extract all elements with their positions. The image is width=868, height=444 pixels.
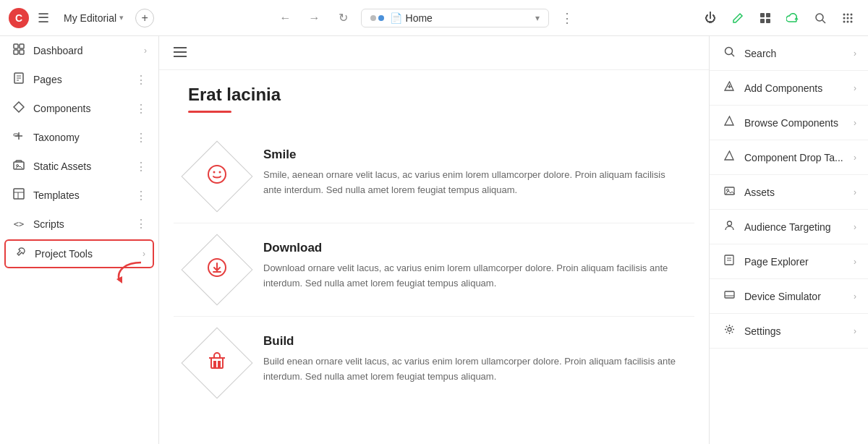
right-add-components-chevron: › xyxy=(854,83,856,93)
right-assets-label: Assets xyxy=(744,187,846,198)
sidebar-item-static-assets[interactable]: Static Assets ⋮ xyxy=(0,152,158,181)
hamburger-menu-icon[interactable]: ☰ xyxy=(35,7,52,29)
right-panel-assets[interactable]: Assets › xyxy=(710,175,868,210)
project-tools-chevron: › xyxy=(142,249,145,259)
svg-rect-0 xyxy=(760,13,765,17)
component-diamond-download xyxy=(188,241,246,299)
sidebar-item-components[interactable]: Components ⋮ xyxy=(0,94,158,123)
svg-point-12 xyxy=(851,17,853,19)
right-panel-settings[interactable]: Settings › xyxy=(710,314,868,349)
pen-button[interactable] xyxy=(726,7,749,30)
svg-rect-1 xyxy=(766,13,770,17)
pages-more-icon[interactable]: ⋮ xyxy=(135,73,147,87)
components-icon xyxy=(12,101,26,116)
templates-icon xyxy=(12,188,26,202)
right-panel-component-drop[interactable]: Component Drop Ta... › xyxy=(710,140,868,175)
svg-point-13 xyxy=(843,20,846,22)
page-title: Erat lacinia xyxy=(159,70,709,111)
right-browse-components-label: Browse Components xyxy=(744,117,846,129)
sidebar-templates-label: Templates xyxy=(33,189,128,201)
component-info-smile: Smile Smile, aenean ornare velit lacus, … xyxy=(263,148,680,198)
sidebar-scripts-label: Scripts xyxy=(33,218,128,230)
svg-point-7 xyxy=(843,13,846,15)
url-text: Home xyxy=(406,12,433,24)
svg-line-6 xyxy=(822,20,825,23)
right-panel-browse-components[interactable]: Browse Components › xyxy=(710,106,868,140)
component-name-build: Build xyxy=(263,334,680,349)
svg-marker-49 xyxy=(725,151,733,160)
grid-button[interactable] xyxy=(754,7,777,30)
right-settings-icon xyxy=(721,324,737,338)
right-search-label: Search xyxy=(744,48,846,59)
right-panel-search[interactable]: Search › xyxy=(710,36,868,71)
svg-marker-24 xyxy=(14,102,24,112)
svg-point-37 xyxy=(219,171,221,173)
cloud-button[interactable] xyxy=(781,7,804,30)
refresh-button[interactable]: ↻ xyxy=(332,7,355,30)
svg-marker-48 xyxy=(725,116,733,125)
smile-icon xyxy=(207,164,227,189)
svg-point-9 xyxy=(851,13,853,15)
right-add-components-label: Add Components xyxy=(744,82,846,94)
svg-rect-2 xyxy=(760,19,765,23)
templates-more-icon[interactable]: ⋮ xyxy=(135,189,147,202)
right-add-components-icon xyxy=(721,81,737,95)
right-page-explorer-icon xyxy=(721,255,737,268)
svg-marker-31 xyxy=(116,276,122,283)
svg-point-36 xyxy=(213,171,216,173)
sidebar-item-project-tools[interactable]: Project Tools › xyxy=(4,239,154,268)
taxonomy-more-icon[interactable]: ⋮ xyxy=(135,131,147,145)
right-device-icon xyxy=(721,289,737,303)
component-card-build: Build Build enean ornare velit lacus, ac… xyxy=(174,317,694,409)
topbar-right-actions: ⏻ xyxy=(699,7,859,30)
right-device-chevron: › xyxy=(854,291,856,302)
sidebar-item-pages[interactable]: Pages ⋮ xyxy=(0,65,158,94)
component-diamond-smile xyxy=(188,148,246,205)
editorial-title-label: My Editorial xyxy=(64,12,116,24)
download-icon xyxy=(207,257,227,283)
component-diamond-build xyxy=(188,334,246,392)
content-hamburger-button[interactable] xyxy=(174,46,187,59)
right-panel-add-components[interactable]: Add Components › xyxy=(710,71,868,106)
component-list: Smile Smile, aenean ornare velit lacus, … xyxy=(159,130,709,409)
right-page-explorer-label: Page Explorer xyxy=(744,256,846,268)
sidebar-taxonomy-label: Taxonomy xyxy=(33,132,128,143)
sidebar-item-dashboard[interactable]: Dashboard › xyxy=(0,36,158,65)
status-dots xyxy=(370,15,384,21)
svg-point-5 xyxy=(816,14,823,21)
add-button[interactable]: + xyxy=(135,9,154,27)
dashboard-icon xyxy=(12,43,26,58)
url-label: 📄 Home xyxy=(390,12,433,24)
apps-button[interactable] xyxy=(836,7,859,30)
power-button[interactable]: ⏻ xyxy=(699,7,722,30)
right-panel-device-simulator[interactable]: Device Simulator › xyxy=(710,279,868,314)
right-panel-audience-targeting[interactable]: Audience Targeting › xyxy=(710,210,868,244)
scripts-more-icon[interactable]: ⋮ xyxy=(135,217,147,231)
search-top-button[interactable] xyxy=(809,7,832,30)
component-card-download: Download Download ornare velit lacus, ac… xyxy=(174,223,694,317)
url-more-button[interactable]: ⋮ xyxy=(555,7,579,29)
static-assets-icon xyxy=(12,159,26,174)
sidebar-item-scripts[interactable]: <> Scripts ⋮ xyxy=(0,210,158,238)
build-icon xyxy=(207,351,227,376)
component-desc-smile: Smile, aenean ornare velit lacus, ac var… xyxy=(263,168,680,198)
right-component-drop-label: Component Drop Ta... xyxy=(744,152,846,163)
sidebar-item-taxonomy[interactable]: Taxonomy ⋮ xyxy=(0,123,158,152)
right-audience-chevron: › xyxy=(854,222,856,232)
svg-point-35 xyxy=(208,166,226,183)
svg-point-15 xyxy=(851,20,853,22)
components-more-icon[interactable]: ⋮ xyxy=(135,102,147,116)
sidebar-item-templates[interactable]: Templates ⋮ xyxy=(0,181,158,210)
right-search-chevron: › xyxy=(854,48,856,59)
static-assets-more-icon[interactable]: ⋮ xyxy=(135,160,147,174)
back-button[interactable]: ← xyxy=(274,7,297,30)
right-settings-chevron: › xyxy=(854,326,856,336)
component-info-build: Build Build enean ornare velit lacus, ac… xyxy=(263,334,680,385)
svg-rect-17 xyxy=(20,44,24,48)
editorial-title[interactable]: My Editorial ▾ xyxy=(58,9,129,27)
url-bar[interactable]: 📄 Home ▾ xyxy=(361,9,549,27)
svg-rect-3 xyxy=(766,19,770,23)
right-panel-page-explorer[interactable]: Page Explorer › xyxy=(710,244,868,279)
right-audience-label: Audience Targeting xyxy=(744,221,846,233)
forward-button[interactable]: → xyxy=(303,7,326,30)
